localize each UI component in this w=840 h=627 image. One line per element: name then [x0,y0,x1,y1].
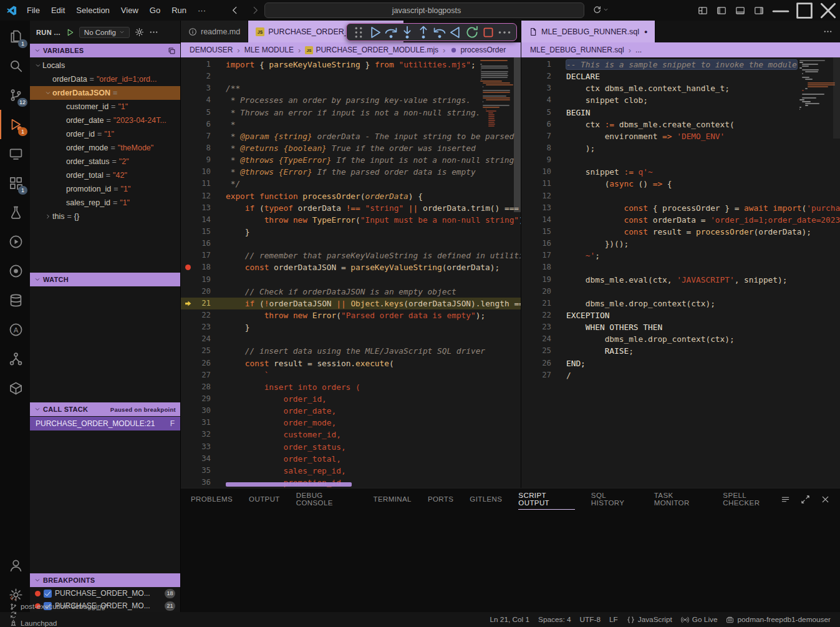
menu-more[interactable]: ··· [192,4,211,17]
variable-this[interactable]: this={} [30,210,180,223]
code-line-32[interactable]: 32 customer_id, [181,429,521,440]
variable-order_id[interactable]: order_id="1" [30,127,180,141]
tab-readme.md[interactable]: readme.md [181,21,248,42]
layout-grid-icon[interactable] [698,6,708,16]
panel-tab-terminal[interactable]: TERMINAL [374,488,412,510]
code-line-26[interactable]: 26END; [521,357,840,369]
code-line-25[interactable]: 25 RAISE; [521,345,840,357]
code-line-24[interactable]: 24 [181,333,521,345]
variable-order_status[interactable]: order_status="2" [30,155,180,168]
code-line-7[interactable]: 7 environment => 'DEMO_ENV' [521,130,840,142]
code-line-3[interactable]: 3/** [181,82,521,94]
code-line-15[interactable]: 15 const result = processOrder(orderData… [521,226,840,238]
variable-order_total[interactable]: order_total="42" [30,168,180,182]
scope-locals[interactable]: Locals [30,59,180,72]
start-debug-button[interactable] [65,28,74,37]
panel-list-filter-icon[interactable] [781,495,790,504]
status-go-live[interactable]: Go Live [678,615,721,624]
code-line-1[interactable]: 1import { parseKeyValueString } from "ut… [181,59,521,70]
variable-sales_rep_id[interactable]: sales_rep_id="1" [30,196,180,210]
minimap[interactable] [480,60,513,127]
panel-expand-icon[interactable] [801,495,810,504]
editor-more-actions-icon[interactable] [823,27,833,36]
activity-beaker[interactable] [0,198,30,227]
code-line-13[interactable]: 13 if (typeof orderData !== "string" || … [181,202,521,214]
code-line-2[interactable]: 2DECLARE [521,70,840,82]
debug-continue-button[interactable] [367,25,382,40]
code-line-11[interactable]: 11 (async () => { [521,178,840,190]
debug-drag-handle-button[interactable] [351,25,366,40]
code-line-8[interactable]: 8 * @returns {boolean} True if the order… [181,142,521,154]
status-launchpad[interactable]: Launchpad [6,619,111,627]
activity-account[interactable] [0,551,30,580]
run-more-actions-icon[interactable] [149,27,158,37]
code-line-22[interactable]: 22EXCEPTION [521,309,840,321]
panel-tab-spell-checker[interactable]: SPELL CHECKER [723,488,781,510]
breadcrumb-item[interactable]: MLE MODULE [244,46,294,54]
debug-more-actions-button[interactable] [497,25,512,40]
panel-tab-task-monitor[interactable]: TASK MONITOR [654,488,707,510]
code-line-10[interactable]: 10 * @throws {Error} If the parsed order… [181,166,521,178]
breadcrumb-item[interactable]: JSPURCHASE_ORDER_MODULE.mjs [305,46,438,54]
menu-run[interactable]: Run [166,4,192,17]
activity-remote[interactable] [0,139,30,168]
status-sync[interactable] [6,611,111,619]
menu-selection[interactable]: Selection [70,4,115,17]
breakpoints-section-header[interactable]: BREAKPOINTS [30,573,180,587]
run-sync-split-button[interactable] [592,5,609,14]
debug-step-out-button[interactable] [416,25,431,40]
activity-database[interactable] [0,286,30,315]
code-editor-javascript[interactable]: 1import { parseKeyValueString } from "ut… [181,57,521,488]
code-line-9[interactable]: 9 [521,154,840,166]
code-line-16[interactable]: 16 [181,238,521,250]
code-line-7[interactable]: 7 * @param {string} orderData - The inpu… [181,130,521,142]
activity-files[interactable]: 1 [0,22,30,51]
activity-org[interactable] [0,344,30,374]
code-line-27[interactable]: 27/ [521,369,840,381]
debug-config-dropdown[interactable]: No Config [79,27,130,38]
copy-icon[interactable] [168,47,176,55]
code-line-25[interactable]: 25 // insert data using the MLE/JavaScri… [181,345,521,357]
code-line-5[interactable]: 5BEGIN [521,107,840,119]
code-line-20[interactable]: 20 [521,286,840,298]
code-line-26[interactable]: 26 const result = session.execute( [181,357,521,369]
status-cursor-position[interactable]: Ln 21, Col 1 [486,615,533,624]
code-line-6[interactable]: 6 ctx := dbms_mle.create_context( [521,119,840,130]
panel-left-icon[interactable] [717,6,727,16]
variable-orderDataJSON[interactable]: orderDataJSON= [30,86,180,100]
code-line-29[interactable]: 29 order_id, [181,393,521,405]
variable-order_date[interactable]: order_date="2023-04-24T... [30,114,180,127]
code-line-6[interactable]: 6 * [181,119,521,130]
code-line-15[interactable]: 15 } [181,226,521,238]
debug-reverse-continue-button[interactable] [448,25,463,40]
panel-tab-gitlens[interactable]: GITLENS [470,488,502,510]
status-language-mode[interactable]: JavaScript [624,615,675,624]
code-line-13[interactable]: 13 const { processOrder } = await import… [521,202,840,214]
code-line-28[interactable]: 28 insert into orders ( [181,381,521,393]
horizontal-scrollbar[interactable] [226,482,352,487]
code-line-12[interactable]: 12export function processOrder(orderData… [181,190,521,202]
breadcrumb-item[interactable]: MLE_DEBUG_RUNNER.sql [530,46,624,54]
activity-debug[interactable]: 1 [0,110,30,139]
window-maximize-button[interactable] [793,0,816,21]
status-eol[interactable]: LF [606,615,621,624]
status-encoding[interactable]: UTF-8 [577,615,604,624]
vertical-scrollbar[interactable] [833,57,840,488]
code-line-30[interactable]: 30 order_date, [181,405,521,417]
debug-step-back-button[interactable] [432,25,447,40]
code-line-4[interactable]: 4 snippet clob; [521,94,840,106]
variable-customer_id[interactable]: customer_id="1" [30,100,180,114]
breakpoint-dot-icon[interactable] [185,265,191,270]
code-line-17[interactable]: 17 ~'; [521,250,840,261]
callstack-frame[interactable]: PURCHASE_ORDER_MODULE:21F [30,417,180,430]
code-line-35[interactable]: 35 sales_rep_id, [181,465,521,477]
code-line-31[interactable]: 31 order_mode, [181,417,521,429]
code-line-11[interactable]: 11 */ [181,178,521,190]
menu-edit[interactable]: Edit [46,4,70,17]
window-close-button[interactable] [816,0,840,21]
debug-step-over-button[interactable] [384,25,398,40]
activity-search[interactable] [0,51,30,80]
activity-extensions[interactable]: 1 [0,168,30,198]
debug-restart-button[interactable] [465,25,480,40]
code-line-21[interactable]: 21 if (!orderDataJSON || Object.keys(ord… [181,298,521,309]
